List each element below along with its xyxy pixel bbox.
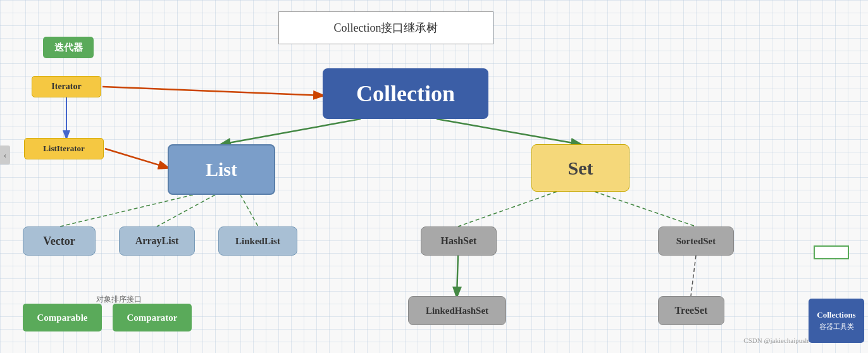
arraylist-node: ArrayList [119,226,195,256]
collections-node: Collections 容器工具类 [809,299,864,343]
comparator-node: Comparator [113,304,192,331]
svg-line-0 [102,87,323,96]
title-text: Collection接口继承树 [334,20,438,35]
sortedset-node: SortedSet [658,226,734,256]
list-node: List [168,144,275,195]
hashset-node: HashSet [421,226,497,256]
vector-node: Vector [23,226,96,256]
svg-line-4 [437,119,580,144]
svg-line-1 [105,149,168,168]
svg-line-8 [458,192,557,226]
small-green-box [814,245,849,259]
svg-line-5 [60,195,193,226]
set-node: Set [531,144,629,192]
svg-line-9 [595,192,696,226]
collection-node: Collection [323,68,488,119]
title-box: Collection接口继承树 [278,11,493,44]
svg-line-11 [691,256,696,296]
svg-line-7 [240,195,258,226]
svg-line-6 [157,195,215,226]
treeset-node: TreeSet [658,296,724,325]
iterator-label-node: 迭代器 [43,37,94,58]
left-arrow[interactable]: ‹ [0,146,10,164]
iterator-node: Iterator [32,76,101,97]
canvas: Collection接口继承树 迭代器 Iterator ListIterato… [0,0,868,353]
comparable-node: Comparable [23,304,102,331]
linkedlist-node: LinkedList [218,226,297,256]
listiterator-node: ListIterator [24,138,104,159]
svg-line-3 [221,119,361,144]
linkedhashset-node: LinkedHashSet [408,296,506,325]
svg-line-10 [457,256,458,296]
csdn-label: CSDN @jakiechaipush [743,337,809,344]
